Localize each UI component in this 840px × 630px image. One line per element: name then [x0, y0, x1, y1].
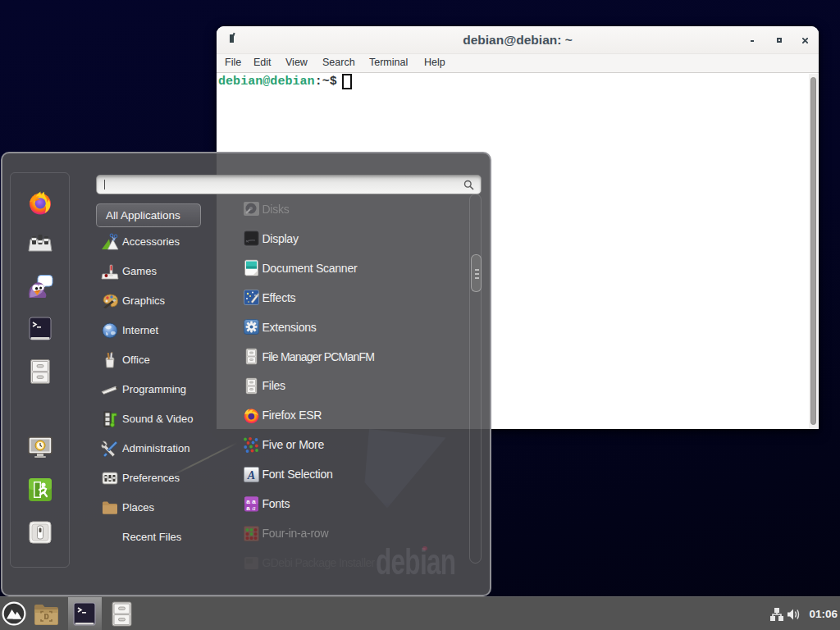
svg-text:a: a — [253, 504, 256, 511]
svg-text:a: a — [246, 504, 250, 511]
svg-text:A: A — [247, 468, 255, 481]
